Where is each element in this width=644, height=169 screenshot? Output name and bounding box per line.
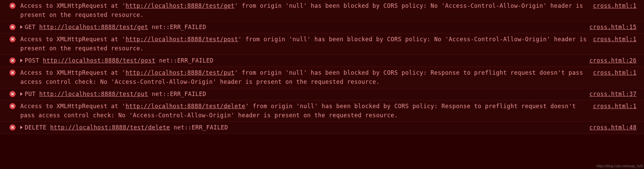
http-method: POST xyxy=(25,57,43,64)
error-message: Access to XMLHttpRequest at 'http://loca… xyxy=(9,35,593,53)
error-tail: net::ERR_FAILED xyxy=(148,91,206,97)
error-icon xyxy=(9,3,16,9)
request-url[interactable]: http://localhost:8888/test/delete xyxy=(125,103,245,110)
error-icon xyxy=(9,103,16,109)
error-message: Access to XMLHttpRequest at 'http://loca… xyxy=(9,1,593,20)
console-entry[interactable]: Access to XMLHttpRequest at 'http://loca… xyxy=(0,33,644,55)
source-link[interactable]: cross.html:48 xyxy=(589,123,641,132)
source-link[interactable]: cross.html:1 xyxy=(593,68,641,77)
error-icon xyxy=(9,57,16,64)
console-entry[interactable]: Access to XMLHttpRequest at 'http://loca… xyxy=(0,100,644,122)
console-entry[interactable]: Access to XMLHttpRequest at 'http://loca… xyxy=(0,0,644,21)
error-icon xyxy=(9,91,16,97)
error-message: Access to XMLHttpRequest at 'http://loca… xyxy=(9,68,593,87)
request-url[interactable]: http://localhost:8888/test/post xyxy=(43,57,156,64)
request-url[interactable]: http://localhost:8888/test/post xyxy=(125,36,238,43)
error-tail: net::ERR_FAILED xyxy=(170,124,228,131)
expand-icon[interactable] xyxy=(20,92,23,96)
error-icon xyxy=(9,124,16,130)
source-link[interactable]: cross.html:1 xyxy=(593,102,641,111)
expand-icon[interactable] xyxy=(20,59,23,62)
expand-icon[interactable] xyxy=(20,25,23,29)
request-url[interactable]: http://localhost:8888/test/get xyxy=(125,2,234,9)
error-tail: net::ERR_FAILED xyxy=(155,57,213,64)
console-error-list: Access to XMLHttpRequest at 'http://loca… xyxy=(0,0,644,134)
message-pre: Access to XMLHttpRequest at ' xyxy=(20,2,125,9)
console-entry[interactable]: POST http://localhost:8888/test/post net… xyxy=(0,55,644,67)
http-method: DELETE xyxy=(25,124,50,131)
source-link[interactable]: cross.html:1 xyxy=(593,1,641,10)
message-pre: Access to XMLHttpRequest at ' xyxy=(20,69,125,76)
error-message: PUT http://localhost:8888/test/put net::… xyxy=(9,90,589,99)
error-message: DELETE http://localhost:8888/test/delete… xyxy=(9,123,589,132)
error-icon xyxy=(9,24,16,30)
http-method: PUT xyxy=(25,91,39,97)
watermark: https://blog.csdn.net/soap_hzD xyxy=(597,164,643,168)
http-method: GET xyxy=(25,24,39,30)
source-link[interactable]: cross.html:37 xyxy=(589,90,641,99)
error-icon xyxy=(9,70,16,76)
error-message: POST http://localhost:8888/test/post net… xyxy=(9,56,589,65)
source-link[interactable]: cross.html:1 xyxy=(593,35,641,44)
console-entry[interactable]: GET http://localhost:8888/test/get net::… xyxy=(0,21,644,33)
error-message: GET http://localhost:8888/test/get net::… xyxy=(9,23,589,32)
console-entry[interactable]: DELETE http://localhost:8888/test/delete… xyxy=(0,122,644,134)
message-pre: Access to XMLHttpRequest at ' xyxy=(20,36,125,43)
console-entry[interactable]: Access to XMLHttpRequest at 'http://loca… xyxy=(0,67,644,88)
error-icon xyxy=(9,36,16,42)
error-message: Access to XMLHttpRequest at 'http://loca… xyxy=(9,102,593,120)
request-url[interactable]: http://localhost:8888/test/get xyxy=(39,24,148,30)
request-url[interactable]: http://localhost:8888/test/put xyxy=(125,69,234,76)
request-url[interactable]: http://localhost:8888/test/put xyxy=(39,91,148,97)
message-pre: Access to XMLHttpRequest at ' xyxy=(20,103,125,110)
expand-icon[interactable] xyxy=(20,126,23,129)
error-tail: net::ERR_FAILED xyxy=(148,24,206,30)
source-link[interactable]: cross.html:15 xyxy=(589,23,641,32)
console-entry[interactable]: PUT http://localhost:8888/test/put net::… xyxy=(0,88,644,100)
source-link[interactable]: cross.html:26 xyxy=(589,56,641,65)
request-url[interactable]: http://localhost:8888/test/delete xyxy=(50,124,170,131)
